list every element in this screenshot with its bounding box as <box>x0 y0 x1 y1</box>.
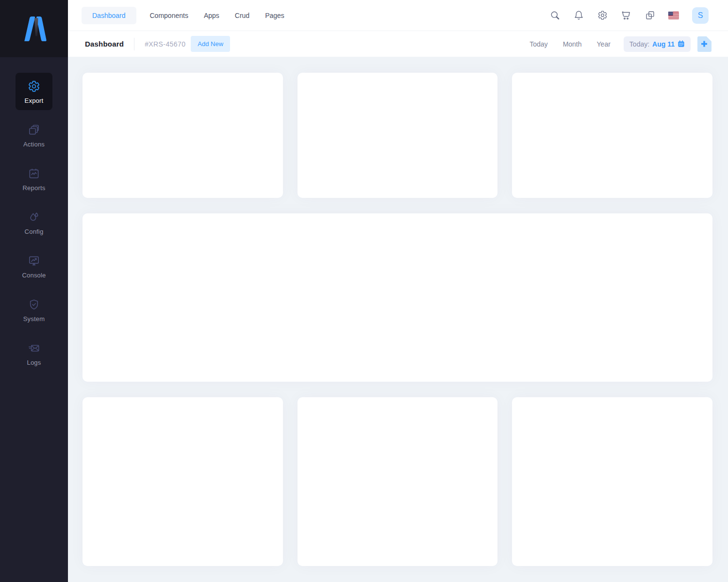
card <box>298 397 498 566</box>
period-filter: Today Month Year <box>529 40 611 48</box>
period-month[interactable]: Month <box>563 40 582 48</box>
gear-icon <box>28 80 41 93</box>
logo[interactable] <box>0 0 68 57</box>
sidebar-item-system[interactable]: System <box>16 291 52 328</box>
m-mark-logo <box>18 16 50 41</box>
top-cards-row <box>83 73 712 198</box>
sidebar-item-label: Actions <box>23 141 45 148</box>
page-toolbar: Dashboard #XRS-45670 Add New Today Month… <box>68 31 728 57</box>
sidebar-item-label: Export <box>25 97 44 104</box>
sidebar-item-label: Console <box>22 272 46 279</box>
card <box>83 73 283 198</box>
sidebar-item-config[interactable]: Config <box>16 204 52 241</box>
card <box>298 73 498 198</box>
top-navbar: Dashboard Components Apps Crud Pages <box>68 0 728 31</box>
cart-icon[interactable] <box>621 10 631 21</box>
main-nav-tabs: Dashboard Components Apps Crud Pages <box>82 7 286 24</box>
card <box>512 397 712 566</box>
sidebar-item-console[interactable]: Console <box>16 247 52 285</box>
sidebar-item-label: Logs <box>27 359 41 366</box>
tab-components[interactable]: Components <box>148 7 190 24</box>
sidebar-menu: Export Actions Reports <box>0 57 68 372</box>
bottom-cards-row <box>83 397 712 566</box>
add-new-button[interactable]: Add New <box>191 36 230 52</box>
search-icon[interactable] <box>549 10 560 21</box>
sidebar-item-logs[interactable]: Logs <box>16 335 52 372</box>
monitor-chart-icon <box>28 254 41 267</box>
shield-check-icon <box>28 298 41 311</box>
period-today[interactable]: Today <box>529 40 547 48</box>
tab-pages[interactable]: Pages <box>263 7 286 24</box>
period-year[interactable]: Year <box>597 40 611 48</box>
card <box>512 73 712 198</box>
page-title: Dashboard <box>85 40 124 48</box>
bell-icon[interactable] <box>573 10 584 21</box>
reference-code: #XRS-45670 <box>145 40 185 48</box>
user-avatar[interactable]: S <box>692 7 709 24</box>
sidebar-item-label: System <box>23 315 45 323</box>
date-prefix-label: Today: <box>629 40 649 48</box>
hero-card <box>83 213 712 382</box>
tab-crud[interactable]: Crud <box>233 7 251 24</box>
new-document-plus-icon[interactable] <box>697 36 711 52</box>
sidebar-item-label: Reports <box>23 184 46 192</box>
droplets-icon <box>28 210 41 224</box>
calendar-icon <box>678 40 685 48</box>
divider <box>134 38 134 50</box>
sidebar-item-export[interactable]: Export <box>16 73 52 110</box>
selected-date: Aug 11 <box>652 40 675 48</box>
chart-box-icon <box>28 167 41 180</box>
date-picker-button[interactable]: Today: Aug 11 <box>624 36 691 52</box>
copy-windows-icon[interactable] <box>645 10 655 21</box>
tab-apps[interactable]: Apps <box>202 7 221 24</box>
card <box>83 397 283 566</box>
dashboard-content <box>68 57 728 582</box>
us-flag-icon[interactable] <box>668 12 679 19</box>
sidebar-item-label: Config <box>25 228 44 235</box>
send-mail-icon <box>28 341 41 355</box>
sidebar: Export Actions Reports <box>0 0 68 582</box>
gear-icon[interactable] <box>597 10 608 21</box>
sidebar-item-reports[interactable]: Reports <box>16 160 52 197</box>
tab-dashboard[interactable]: Dashboard <box>82 7 136 24</box>
navbar-actions: S <box>549 7 709 24</box>
layers-copy-icon <box>28 123 41 136</box>
sidebar-item-actions[interactable]: Actions <box>16 116 52 154</box>
